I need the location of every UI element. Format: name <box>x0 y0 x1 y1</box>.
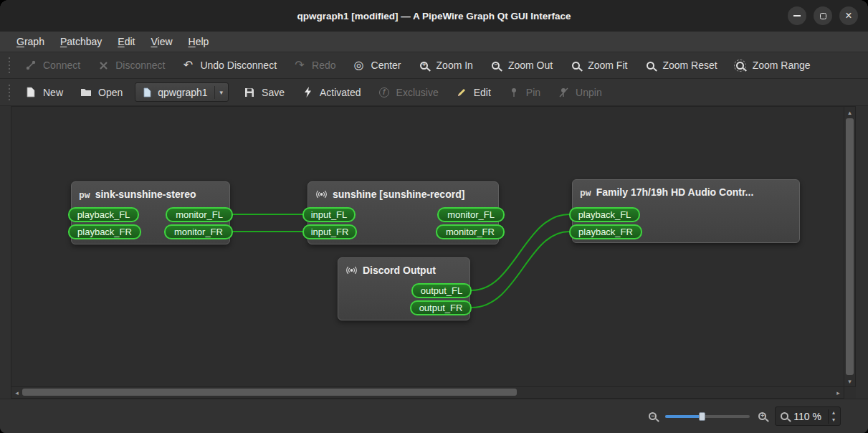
app-window: qpwgraph1 [modified] — A PipeWire Graph … <box>0 0 868 433</box>
scroll-down-icon[interactable]: ▾ <box>844 376 855 386</box>
port-sunshine-input-fr[interactable]: input_FR <box>302 224 357 239</box>
close-icon: × <box>845 10 852 22</box>
zoom-value[interactable]: 110 % <box>793 411 821 422</box>
horizontal-scrollbar[interactable]: ◂ ▸ <box>11 387 844 399</box>
pin-button[interactable]: Pin <box>500 82 548 103</box>
zoom-reset-button[interactable]: Zoom Reset <box>636 55 724 75</box>
save-button[interactable]: Save <box>236 82 292 103</box>
zoom-in-small-icon[interactable]: + <box>758 412 766 420</box>
lightning-bolt-icon <box>301 86 314 99</box>
zoom-spinbox[interactable]: 110 % ▴ ▾ <box>775 406 841 426</box>
magnifier-fit-icon <box>569 59 582 72</box>
redo-arrow-icon: ↷ <box>293 59 306 72</box>
menu-help[interactable]: Help <box>181 32 217 52</box>
undo-arrow-icon: ↶ <box>181 59 194 72</box>
port-sunshine-input-fl[interactable]: input_FL <box>302 207 356 222</box>
zoom-range-button[interactable]: Zoom Range <box>727 55 818 75</box>
zoom-out-button[interactable]: − Zoom Out <box>482 55 560 75</box>
activated-button[interactable]: Activated <box>294 82 368 103</box>
main-toolbar: Connect Disconnect ↶ Undo Disconnect ↷ R… <box>0 52 868 79</box>
graph-area: pw sink-sunshine-stereo sunshine [sunshi… <box>0 106 868 399</box>
node-title: Discord Output <box>363 265 436 276</box>
open-button[interactable]: Open <box>72 82 130 103</box>
zoom-in-button[interactable]: + Zoom In <box>411 55 480 75</box>
menu-patchbay[interactable]: Patchbay <box>52 32 110 52</box>
patchbay-select[interactable]: qpwgraph1 ▾ <box>135 82 229 102</box>
minimize-button[interactable] <box>788 6 806 25</box>
port-sink-playback-fr-input[interactable]: playback_FR <box>68 224 141 239</box>
zoom-out-small-icon[interactable]: − <box>649 412 657 420</box>
edit-button[interactable]: Edit <box>448 82 498 103</box>
undo-disconnect-button[interactable]: ↶ Undo Disconnect <box>174 55 284 75</box>
audio-source-icon <box>315 189 328 200</box>
scroll-left-icon[interactable]: ◂ <box>11 387 22 398</box>
magnifier-minus-icon: − <box>490 59 502 72</box>
port-family-playback-fr-input[interactable]: playback_FR <box>569 224 642 239</box>
pin-icon <box>507 86 520 99</box>
open-folder-icon <box>80 86 92 99</box>
magnifier-range-icon <box>734 59 747 72</box>
port-sink-monitor-fr-output[interactable]: monitor_FR <box>164 224 233 239</box>
disconnect-button[interactable]: Disconnect <box>90 55 172 75</box>
port-discord-output-fl[interactable]: output_FL <box>411 283 472 298</box>
statusbar: − + 110 % ▴ ▾ <box>0 399 868 433</box>
maximize-button[interactable] <box>814 6 832 25</box>
pencil-icon <box>455 86 468 99</box>
port-sink-monitor-fl-output[interactable]: monitor_FL <box>166 207 233 222</box>
unpin-button[interactable]: Unpin <box>550 82 609 103</box>
audio-source-icon <box>345 265 358 276</box>
node-title: Family 17h/19h HD Audio Contr... <box>596 186 754 198</box>
window-title: qpwgraph1 [modified] — A PipeWire Graph … <box>0 11 868 22</box>
spin-up-icon[interactable]: ▴ <box>829 409 839 417</box>
connect-plug-icon <box>24 59 37 72</box>
menu-graph[interactable]: Graph <box>9 32 52 52</box>
exclusive-circle-icon: f <box>378 86 391 99</box>
target-icon: ◎ <box>353 59 366 72</box>
toolbar-drag-handle[interactable] <box>8 85 11 100</box>
redo-button[interactable]: ↷ Redo <box>286 55 343 75</box>
connection-wires <box>11 107 844 387</box>
exclusive-button[interactable]: f Exclusive <box>371 82 446 103</box>
spin-down-icon[interactable]: ▾ <box>829 417 839 424</box>
scroll-up-icon[interactable]: ▴ <box>844 107 855 118</box>
zoom-slider-handle[interactable] <box>699 412 705 421</box>
center-button[interactable]: ◎ Center <box>345 55 409 75</box>
disconnect-x-icon <box>97 59 110 72</box>
menu-edit[interactable]: Edit <box>110 32 143 52</box>
port-sunshine-monitor-fl-output[interactable]: monitor_FL <box>437 207 505 222</box>
pipewire-icon: pw <box>79 189 90 200</box>
vertical-scrollbar-thumb[interactable] <box>846 118 854 375</box>
port-family-playback-fl-input[interactable]: playback_FL <box>569 207 640 222</box>
magnifier-icon <box>781 412 788 420</box>
chevron-down-icon: ▾ <box>214 86 226 99</box>
unpin-icon <box>557 86 570 99</box>
node-title: sunshine [sunshine-record] <box>333 189 464 200</box>
close-button[interactable]: × <box>839 6 858 25</box>
patchbay-document-icon <box>140 86 153 99</box>
pipewire-icon: pw <box>580 187 591 198</box>
window-controls: × <box>788 0 858 32</box>
maximize-icon <box>820 13 826 19</box>
connect-button[interactable]: Connect <box>17 55 87 75</box>
zoom-slider[interactable] <box>665 411 750 422</box>
titlebar[interactable]: qpwgraph1 [modified] — A PipeWire Graph … <box>0 0 868 32</box>
port-sink-playback-fl-input[interactable]: playback_FL <box>68 207 139 222</box>
minimize-icon <box>793 15 801 16</box>
magnifier-plus-icon: + <box>418 59 431 72</box>
file-toolbar: New Open qpwgraph1 ▾ Save Activated f Ex… <box>0 79 868 106</box>
node-title: sink-sunshine-stereo <box>95 189 196 200</box>
patchbay-select-value: qpwgraph1 <box>158 87 207 98</box>
toolbar-drag-handle[interactable] <box>8 57 11 73</box>
zoom-fit-button[interactable]: Zoom Fit <box>562 55 634 75</box>
horizontal-scrollbar-thumb[interactable] <box>22 389 517 396</box>
menu-view[interactable]: View <box>143 32 180 52</box>
graph-canvas[interactable]: pw sink-sunshine-stereo sunshine [sunshi… <box>11 106 844 387</box>
vertical-scrollbar[interactable]: ▴ ▾ <box>844 106 856 387</box>
new-button[interactable]: New <box>17 82 70 103</box>
scroll-right-icon[interactable]: ▸ <box>833 387 844 398</box>
port-discord-output-fr[interactable]: output_FR <box>410 300 472 315</box>
menubar: Graph Patchbay Edit View Help <box>0 32 868 52</box>
port-sunshine-monitor-fr-output[interactable]: monitor_FR <box>436 224 505 239</box>
magnifier-reset-icon <box>644 59 657 72</box>
new-document-icon <box>24 86 37 99</box>
